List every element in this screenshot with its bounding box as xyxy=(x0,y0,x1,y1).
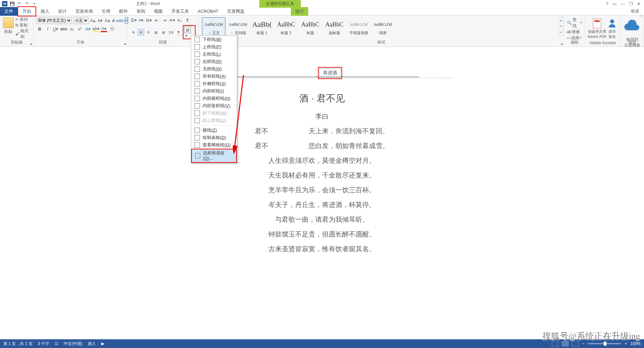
font-dialog-launcher[interactable]: ◢ xyxy=(124,42,126,45)
restore-icon[interactable]: ❐ xyxy=(629,1,633,6)
styles-gallery-more[interactable]: ▲▼▾ xyxy=(558,17,563,36)
tab-insert[interactable]: 插入 xyxy=(36,7,54,16)
bold-icon[interactable]: B xyxy=(36,25,43,32)
font-color-icon[interactable]: A▾ xyxy=(101,25,107,32)
status-proofing-icon[interactable]: ☑ xyxy=(55,341,58,346)
tab-baidu[interactable]: 百度网盘 xyxy=(223,7,249,16)
status-macro-icon[interactable]: ▶ xyxy=(101,341,104,346)
style-不明显强调[interactable]: AaBbCcDd不明显强调 xyxy=(347,17,370,37)
show-marks-icon[interactable]: ¶ xyxy=(184,17,191,23)
qat-save-icon[interactable]: 💾 xyxy=(9,1,15,6)
request-sign-button[interactable]: 请求 签名 xyxy=(607,17,618,39)
tab-header-design[interactable]: 设计 xyxy=(291,7,308,16)
paste-button[interactable]: 粘贴 xyxy=(3,17,14,40)
decrease-indent-icon[interactable]: ⇤ xyxy=(153,17,160,23)
align-center-icon[interactable]: ≡ xyxy=(138,29,144,36)
status-page[interactable]: 第 1 页，共 1 页 xyxy=(3,341,33,347)
change-case-icon[interactable]: Aa xyxy=(104,17,110,24)
highlight-icon[interactable]: ab▾ xyxy=(93,25,99,32)
tab-page-layout[interactable]: 页面布局 xyxy=(71,7,97,16)
tab-file[interactable]: 文件 xyxy=(0,7,17,16)
border-menu-D[interactable]: 绘制表格(D) xyxy=(191,134,237,141)
font-family-select[interactable]: 宋体 (中文正文) xyxy=(36,17,72,24)
status-lang[interactable]: 中文(中国) xyxy=(64,341,83,347)
cut-button[interactable]: ✂剪切 xyxy=(15,17,31,22)
zoom-in-icon[interactable]: + xyxy=(625,341,627,346)
border-menu-B[interactable]: 下框线(B) xyxy=(191,36,237,43)
asian-layout-icon[interactable]: ✕▾ xyxy=(169,17,175,23)
zoom-value[interactable]: 100% xyxy=(630,341,641,346)
italic-icon[interactable]: I xyxy=(44,25,51,32)
tab-review[interactable]: 审阅 xyxy=(132,7,150,16)
style-标题 2[interactable]: AaBbC标题 2 xyxy=(274,17,298,37)
shrink-font-icon[interactable]: A▾ xyxy=(97,17,103,24)
shading-icon[interactable]: ▾ xyxy=(175,29,182,36)
ribbon-options-icon[interactable]: ▭ xyxy=(612,1,616,6)
minimize-icon[interactable]: — xyxy=(621,1,625,6)
copy-button[interactable]: ⧉复制 xyxy=(15,22,31,28)
align-left-icon[interactable]: ≡ xyxy=(130,29,137,36)
tab-references[interactable]: 引用 xyxy=(97,7,115,16)
zoom-slider[interactable] xyxy=(588,343,621,344)
style-标题 1[interactable]: AaBb(标题 1 xyxy=(250,17,274,37)
qat-redo-icon[interactable]: ↷ xyxy=(24,1,30,6)
border-menu-P[interactable]: 上框线(P) xyxy=(191,43,237,51)
tab-mailings[interactable]: 邮件 xyxy=(115,7,132,16)
superscript-icon[interactable]: x² xyxy=(76,25,83,32)
font-size-select[interactable]: 小五 xyxy=(73,17,89,24)
subscript-icon[interactable]: x₂ xyxy=(68,25,75,32)
border-menu-I[interactable]: 内部框线(I) xyxy=(191,87,237,95)
sort-icon[interactable]: A↓ xyxy=(176,17,183,23)
styles-dialog-launcher[interactable]: ◢ xyxy=(560,42,562,45)
border-menu-Z[interactable]: 横线(Z) xyxy=(191,127,237,134)
tab-developer[interactable]: 开发工具 xyxy=(167,7,193,16)
style-标题[interactable]: AaBbC标题 xyxy=(299,17,322,37)
borders-icon[interactable]: ⊞ xyxy=(184,26,191,33)
strike-icon[interactable]: abc xyxy=(60,25,67,32)
format-painter-button[interactable]: 🖌格式刷 xyxy=(15,28,31,40)
border-menu-G[interactable]: 查看网格线(G) xyxy=(191,141,237,149)
line-spacing-icon[interactable]: ‡≡ xyxy=(168,29,174,36)
tab-design[interactable]: 设计 xyxy=(54,7,71,16)
border-menu-L[interactable]: 左框线(L) xyxy=(191,51,237,58)
distribute-icon[interactable]: ≣ xyxy=(160,29,167,36)
qat-undo-icon[interactable]: ↶ xyxy=(17,1,22,6)
clear-format-icon[interactable]: A̷ xyxy=(112,17,115,24)
increase-indent-icon[interactable]: ⇥ xyxy=(161,17,168,23)
text-effects-icon[interactable]: A▾ xyxy=(85,25,91,32)
multilevel-icon[interactable]: ⊟▾ xyxy=(146,17,152,23)
enclose-char-icon[interactable]: ㊥ xyxy=(109,25,115,32)
header-title-box[interactable]: 将进酒 xyxy=(319,68,341,78)
tab-view[interactable]: 视图 xyxy=(150,7,167,16)
qat-customize-icon[interactable]: ▾ xyxy=(32,1,37,6)
tab-acrobat[interactable]: ACROBAT xyxy=(193,7,223,15)
clipboard-dialog-launcher[interactable]: ◢ xyxy=(30,42,32,45)
border-menu-O[interactable]: 边框和底纹(O)... xyxy=(191,149,237,163)
grow-font-icon[interactable]: A▴ xyxy=(90,17,96,24)
underline-icon[interactable]: U▾ xyxy=(52,25,59,32)
numbering-icon[interactable]: ≡▾ xyxy=(138,17,145,23)
ribbon-collapse-icon[interactable]: ⌃ xyxy=(639,15,643,19)
border-menu-H[interactable]: 内部横框线(H) xyxy=(191,95,237,102)
bullets-icon[interactable]: ☰▾ xyxy=(130,17,137,23)
find-button[interactable]: 🔍查找▾ xyxy=(567,17,582,29)
status-words[interactable]: 3 个字 xyxy=(38,341,49,347)
replace-button[interactable]: ab替换 xyxy=(567,29,582,35)
border-menu-N[interactable]: 无框线(N) xyxy=(191,65,237,73)
border-menu-V[interactable]: 内部竖框线(V) xyxy=(191,102,237,110)
status-mode[interactable]: 插入 xyxy=(88,341,96,347)
style-强调[interactable]: AaBbCcDd强调 xyxy=(371,17,394,37)
help-icon[interactable]: ? xyxy=(606,1,608,6)
tab-home[interactable]: 开始 xyxy=(17,6,36,16)
border-menu-R[interactable]: 右框线(R) xyxy=(191,58,237,65)
style-→ 正文[interactable]: AaBbCcDd→ 正文 xyxy=(202,17,225,37)
justify-icon[interactable]: ≣ xyxy=(153,29,159,36)
create-pdf-button[interactable]: 创建并共享 Adobe PDF xyxy=(588,17,607,39)
close-icon[interactable]: ✕ xyxy=(637,1,641,6)
border-menu-A[interactable]: 所有框线(A) xyxy=(191,73,237,80)
border-menu-S[interactable]: 外侧框线(S) xyxy=(191,80,237,87)
phonetic-guide-icon[interactable]: wén xyxy=(117,17,123,24)
zoom-out-icon[interactable]: − xyxy=(582,341,584,346)
style-→ 无间隔[interactable]: AaBbCcDd→ 无间隔 xyxy=(226,17,250,37)
login-link[interactable]: 登录 xyxy=(631,8,644,14)
